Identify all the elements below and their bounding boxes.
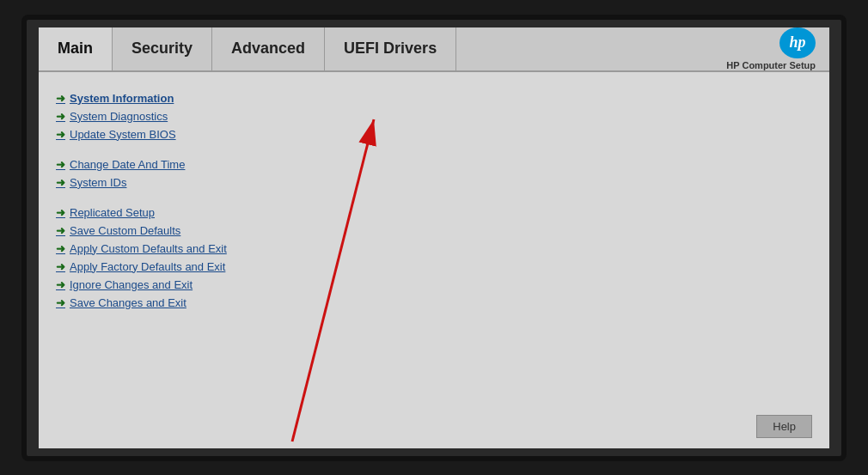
menu-item-save-changes[interactable]: ➜ Save Changes and Exit xyxy=(56,294,279,312)
arrow-icon-5: ➜ xyxy=(56,176,65,189)
menu-item-apply-custom[interactable]: ➜ Apply Custom Defaults and Exit xyxy=(56,240,279,258)
menu-group-2: ➜ Change Date And Time ➜ System IDs xyxy=(56,155,279,192)
monitor-bezel: Main Security Advanced UEFI Drivers hp H… xyxy=(21,15,847,461)
menu-item-save-custom[interactable]: ➜ Save Custom Defaults xyxy=(56,222,279,240)
content-area: ➜ System Information ➜ System Diagnostic… xyxy=(39,72,829,448)
screen: Main Security Advanced UEFI Drivers hp H… xyxy=(39,27,829,448)
arrow-icon-4: ➜ xyxy=(56,158,65,171)
arrow-icon-3: ➜ xyxy=(56,128,65,141)
svg-line-1 xyxy=(292,119,374,442)
sidebar: ➜ System Information ➜ System Diagnostic… xyxy=(39,72,296,448)
tab-uefi-drivers-label: UEFI Drivers xyxy=(344,40,437,58)
arrow-icon-11: ➜ xyxy=(56,296,65,309)
arrow-icon-1: ➜ xyxy=(56,92,65,105)
menu-group-3: ➜ Replicated Setup ➜ Save Custom Default… xyxy=(56,204,279,312)
arrow-icon-6: ➜ xyxy=(56,206,65,219)
tab-uefi-drivers[interactable]: UEFI Drivers xyxy=(325,27,456,70)
arrow-icon-2: ➜ xyxy=(56,110,65,123)
tab-security[interactable]: Security xyxy=(113,27,212,70)
menu-item-update-bios[interactable]: ➜ Update System BIOS xyxy=(56,125,279,143)
menu-item-apply-factory[interactable]: ➜ Apply Factory Defaults and Exit xyxy=(56,258,279,276)
menu-group-1: ➜ System Information ➜ System Diagnostic… xyxy=(56,89,279,143)
menu-item-system-diag[interactable]: ➜ System Diagnostics xyxy=(56,107,279,125)
arrow-icon-10: ➜ xyxy=(56,278,65,291)
tab-main[interactable]: Main xyxy=(39,27,113,70)
tab-advanced-label: Advanced xyxy=(231,40,305,58)
menu-item-system-info[interactable]: ➜ System Information xyxy=(56,89,279,107)
hp-logo-area: hp HP Computer Setup xyxy=(726,27,829,70)
menu-item-change-date[interactable]: ➜ Change Date And Time xyxy=(56,155,279,174)
tab-advanced[interactable]: Advanced xyxy=(212,27,325,70)
menu-item-system-ids[interactable]: ➜ System IDs xyxy=(56,174,279,192)
hp-brand-text: HP Computer Setup xyxy=(726,60,816,70)
arrow-icon-8: ➜ xyxy=(56,242,65,255)
menu-item-ignore-changes[interactable]: ➜ Ignore Changes and Exit xyxy=(56,276,279,294)
tab-security-label: Security xyxy=(131,40,193,58)
nav-bar: Main Security Advanced UEFI Drivers hp H… xyxy=(39,27,829,72)
arrow-icon-7: ➜ xyxy=(56,224,65,237)
help-button[interactable]: Help xyxy=(756,415,812,438)
hp-logo-icon: hp xyxy=(779,27,816,58)
menu-item-replicated-setup[interactable]: ➜ Replicated Setup xyxy=(56,204,279,222)
tab-main-label: Main xyxy=(58,40,93,58)
arrow-icon-9: ➜ xyxy=(56,260,65,273)
